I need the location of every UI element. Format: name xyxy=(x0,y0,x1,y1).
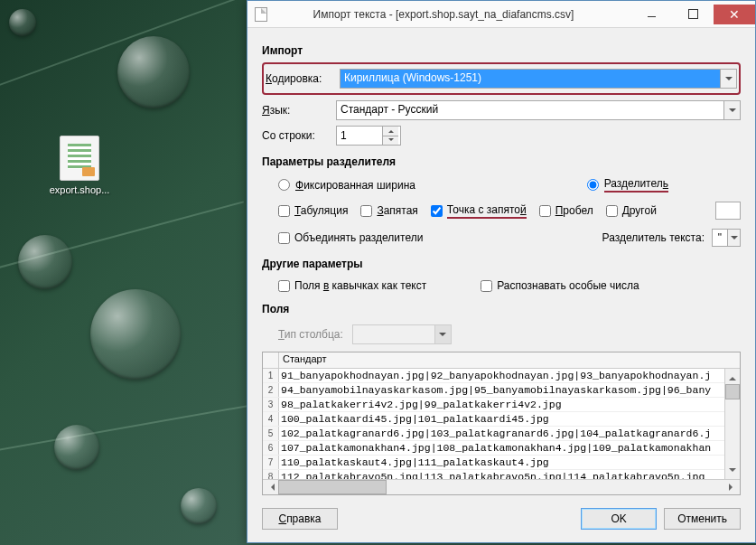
language-combo[interactable]: Стандарт - Русский xyxy=(336,100,741,120)
from-row-spinner[interactable] xyxy=(336,126,401,146)
text-separator-label: Разделитель текста: xyxy=(602,231,705,244)
close-button[interactable] xyxy=(714,5,755,24)
other-params-section-label: Другие параметры xyxy=(262,258,741,270)
table-row: 5102_palatkagranard6.jpg|103_palatkagran… xyxy=(263,427,740,441)
import-section-label: Импорт xyxy=(262,44,741,57)
help-button[interactable]: Справка xyxy=(262,508,338,530)
spin-up-icon[interactable] xyxy=(383,127,398,136)
merge-delimiters-checkbox[interactable]: Объединять разделители xyxy=(278,231,423,244)
preview-grid[interactable]: Стандарт 191_banyapokhodnayan.jpg|92_ban… xyxy=(262,352,741,495)
from-row-input[interactable] xyxy=(337,127,382,145)
encoding-highlight: Кодировка: Кириллица (Windows-1251) xyxy=(262,62,741,95)
scroll-up-icon[interactable] xyxy=(725,369,740,384)
column-header[interactable]: Стандарт xyxy=(279,352,740,368)
language-label: Язык: xyxy=(262,104,336,117)
quoted-fields-checkbox[interactable]: Поля в кавычках как текст xyxy=(278,279,426,292)
fields-section-label: Поля xyxy=(262,303,741,315)
semicolon-checkbox[interactable]: Точка с запятой xyxy=(431,203,527,219)
table-row: 4100_palatkaardi45.jpg|101_palatkaardi45… xyxy=(263,412,740,427)
spreadsheet-file-icon xyxy=(60,136,99,181)
chevron-down-icon xyxy=(434,325,451,343)
maximize-button[interactable] xyxy=(672,5,714,24)
chevron-down-icon[interactable] xyxy=(727,230,740,246)
ok-button[interactable]: OK xyxy=(581,508,657,530)
table-row: 294_banyamobilnayaskarkasom.jpg|95_banya… xyxy=(263,383,740,398)
scroll-left-icon[interactable] xyxy=(263,480,278,494)
document-icon xyxy=(255,7,267,22)
vertical-scrollbar[interactable] xyxy=(724,369,740,479)
tab-checkbox[interactable]: Табуляция xyxy=(278,204,348,217)
scrollbar-thumb[interactable] xyxy=(278,480,387,494)
scrollbar-thumb[interactable] xyxy=(725,384,740,399)
column-type-label: Тип столбца: xyxy=(278,328,343,341)
comma-checkbox[interactable]: Запятая xyxy=(360,204,417,217)
encoding-label: Кодировка: xyxy=(266,72,340,85)
encoding-combo[interactable]: Кириллица (Windows-1251) xyxy=(340,69,737,89)
spin-down-icon[interactable] xyxy=(383,136,398,146)
other-char-input[interactable] xyxy=(715,202,741,220)
window-title: Импорт текста - [export.shop.sayt_na_dia… xyxy=(275,8,630,21)
table-row: 398_palatkakerri4v2.jpg|99_palatkakerri4… xyxy=(263,398,740,412)
scroll-right-icon[interactable] xyxy=(724,480,740,494)
minimize-button[interactable] xyxy=(630,5,672,24)
scroll-down-icon[interactable] xyxy=(725,464,740,479)
delimiter-radio[interactable]: Разделитель xyxy=(587,177,668,193)
other-checkbox[interactable]: Другой xyxy=(606,204,657,217)
table-row: 191_banyapokhodnayan.jpg|92_banyapokhodn… xyxy=(263,369,740,383)
chevron-down-icon[interactable] xyxy=(723,101,740,119)
preview-body[interactable]: 191_banyapokhodnayan.jpg|92_banyapokhodn… xyxy=(263,369,740,479)
titlebar[interactable]: Импорт текста - [export.shop.sayt_na_dia… xyxy=(247,1,755,28)
table-row: 8112_palatkabravo5n.jpg|113_palatkabravo… xyxy=(263,470,740,479)
cancel-button[interactable]: Отменить xyxy=(664,508,741,530)
table-row: 7110_palatkaskaut4.jpg|111_palatkaskaut4… xyxy=(263,456,740,470)
column-type-combo xyxy=(352,324,452,344)
space-checkbox[interactable]: Пробел xyxy=(539,204,593,217)
special-numbers-checkbox[interactable]: Распознавать особые числа xyxy=(481,279,639,292)
desktop-file-label: export.shop... xyxy=(45,184,114,195)
fixed-width-radio[interactable]: Фиксированная ширина xyxy=(278,179,415,192)
text-separator-combo[interactable]: " xyxy=(712,229,741,247)
import-text-dialog: Импорт текста - [export.shop.sayt_na_dia… xyxy=(247,0,756,543)
horizontal-scrollbar[interactable] xyxy=(263,479,740,494)
separator-section-label: Параметры разделителя xyxy=(262,155,741,168)
from-row-label: Со строки: xyxy=(262,129,336,142)
chevron-down-icon[interactable] xyxy=(720,70,736,88)
desktop-file-icon[interactable]: export.shop... xyxy=(45,136,114,195)
table-row: 6107_palatkamonakhan4.jpg|108_palatkamon… xyxy=(263,441,740,456)
